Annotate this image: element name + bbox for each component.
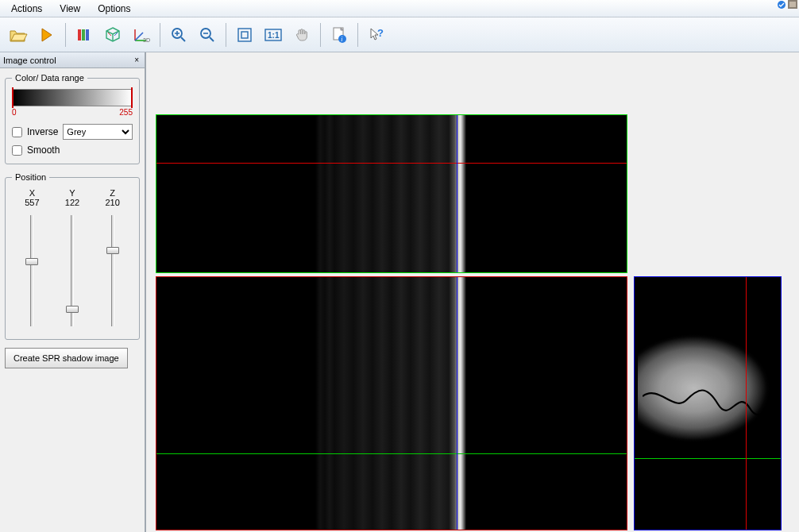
fit-window-button[interactable] <box>231 21 258 48</box>
axis-z-value: 210 <box>97 198 129 207</box>
menu-options[interactable]: Options <box>90 1 138 17</box>
open-file-button[interactable] <box>5 21 32 48</box>
panel-title: Image control <box>3 56 56 65</box>
toolbar-separator <box>65 23 66 47</box>
colormap-select[interactable]: Grey <box>63 124 133 140</box>
gradient-max-handle[interactable] <box>131 87 133 108</box>
create-spr-shadow-button[interactable]: Create SPR shadow image <box>5 348 128 368</box>
crosshair-horizontal-red <box>156 163 627 164</box>
page-info-button[interactable]: i <box>326 21 353 48</box>
crosshair-vertical-blue <box>457 115 457 272</box>
menu-actions[interactable]: Actions <box>3 1 50 17</box>
svg-rect-10 <box>241 32 248 38</box>
gradient-min-handle[interactable] <box>12 87 14 108</box>
position-legend: Position <box>12 172 49 182</box>
svg-text:1:1: 1:1 <box>268 31 280 40</box>
svg-text:?: ? <box>377 27 384 39</box>
axis-x-value: 557 <box>16 198 48 207</box>
viewport-xz[interactable] <box>156 114 627 273</box>
scan-image <box>638 309 778 468</box>
viewport-area <box>146 52 799 532</box>
axis-z-label: Z <box>97 188 129 198</box>
zoom-in-button[interactable] <box>165 21 192 48</box>
axis-y-value: 122 <box>56 198 88 207</box>
pan-hand-button[interactable] <box>288 21 315 48</box>
svg-rect-5 <box>86 29 89 40</box>
crosshair-vertical-red <box>746 277 747 530</box>
toolbar-separator <box>357 23 358 47</box>
y-slider[interactable] <box>56 212 88 331</box>
svg-rect-9 <box>238 29 251 41</box>
toolbar-separator <box>226 23 226 47</box>
svg-text:3D: 3D <box>143 37 150 43</box>
gradient-min-label: 0 <box>12 108 17 117</box>
crosshair-horizontal-green <box>156 453 627 454</box>
svg-point-0 <box>778 1 785 9</box>
zoom-out-button[interactable] <box>194 21 221 48</box>
color-data-range-group: Color/ Data range 0 255 Inverse Grey <box>5 73 140 164</box>
inverse-checkbox[interactable] <box>12 127 22 137</box>
svg-text:i: i <box>341 36 342 43</box>
user-avatar-badge <box>775 0 797 10</box>
gradient-max-label: 255 <box>119 108 133 117</box>
toolbar-separator <box>160 23 160 47</box>
run-button[interactable] <box>33 21 60 48</box>
svg-rect-3 <box>78 29 81 40</box>
inverse-label: Inverse <box>27 126 58 137</box>
scan-image <box>315 115 474 272</box>
crosshair-vertical-blue <box>457 277 457 530</box>
toolbar-separator <box>320 23 321 47</box>
actual-size-button[interactable]: 1:1 <box>260 21 287 48</box>
menubar: Actions View Options <box>0 0 799 17</box>
color-range-legend: Color/ Data range <box>12 73 87 83</box>
viewport-xy[interactable] <box>156 276 627 530</box>
z-slider[interactable] <box>97 212 129 331</box>
svg-rect-4 <box>82 29 85 40</box>
toolbar: 3D 1:1 <box>0 17 799 52</box>
pointer-help-button[interactable]: ? <box>363 21 390 48</box>
axis-x-label: X <box>16 188 48 198</box>
x-slider[interactable] <box>16 212 48 331</box>
menu-view[interactable]: View <box>52 1 88 17</box>
viewport-yz[interactable] <box>634 276 782 530</box>
render-3d-button[interactable] <box>99 21 126 48</box>
crosshair-horizontal-green <box>635 458 781 459</box>
color-stack-button[interactable] <box>71 21 98 48</box>
position-group: Position X Y Z 557 122 210 <box>5 172 140 340</box>
smooth-checkbox[interactable] <box>12 145 22 156</box>
image-control-panel: Image control × Color/ Data range 0 255 … <box>0 52 146 532</box>
scan-image <box>315 277 474 530</box>
gradient-bar[interactable] <box>12 89 133 106</box>
svg-rect-2 <box>789 2 796 7</box>
xyz-axes-button[interactable]: 3D <box>128 21 155 48</box>
axis-y-label: Y <box>56 188 88 198</box>
smooth-label: Smooth <box>27 145 60 156</box>
close-icon[interactable]: × <box>132 56 141 64</box>
